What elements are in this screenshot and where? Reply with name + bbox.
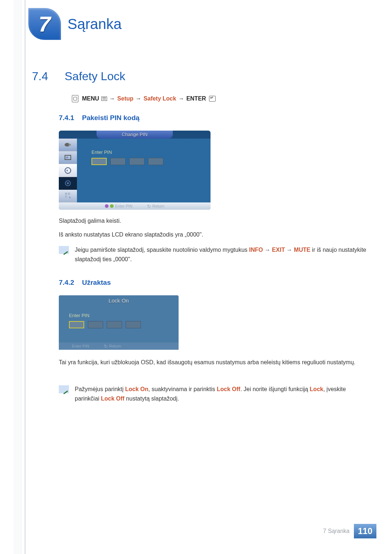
osd1-main: Enter PIN bbox=[77, 139, 211, 202]
remote-icon bbox=[72, 95, 78, 102]
osd1-side-input-icon bbox=[59, 139, 77, 151]
bc-arrow2: → bbox=[136, 95, 142, 102]
enter-icon bbox=[209, 96, 216, 102]
page-footer: 7 Sąranka 110 bbox=[323, 524, 376, 538]
osd1-pin-box-4 bbox=[148, 158, 163, 165]
osd-lock-on-screenshot: Lock On Enter PIN Enter PIN Return bbox=[59, 295, 179, 350]
osd2-footer-enter: Enter PIN bbox=[69, 344, 89, 348]
bc-arrow3: → bbox=[178, 95, 184, 102]
chapter-number: 7 bbox=[38, 12, 50, 37]
osd1-title: Change PIN bbox=[97, 131, 173, 139]
note1-arrow2: → bbox=[285, 247, 294, 253]
osd2-footer-enter-text: Enter PIN bbox=[72, 344, 89, 348]
osd1-pin-box-1 bbox=[91, 158, 107, 165]
osd1-footer-return-text: Return bbox=[152, 204, 164, 208]
note-icon bbox=[59, 385, 69, 393]
menu-path-breadcrumb: MENU → Setup → Safety Lock → ENTER bbox=[72, 95, 216, 102]
return-icon bbox=[147, 204, 151, 209]
osd2-enter-pin-label: Enter PIN bbox=[69, 313, 141, 318]
osd1-pin-box-3 bbox=[129, 158, 144, 165]
bc-arrow1: → bbox=[109, 95, 115, 102]
osd1-side-picture-icon bbox=[59, 151, 77, 164]
osd1-footer-enter-text: Enter PIN bbox=[115, 204, 132, 208]
note1-exit: EXIT bbox=[272, 247, 285, 253]
note2-lock: Lock bbox=[310, 386, 323, 392]
bc-menu: MENU bbox=[82, 95, 99, 102]
osd2-footer: Enter PIN Return bbox=[59, 342, 179, 350]
svg-rect-1 bbox=[69, 144, 71, 145]
osd2-pin-boxes bbox=[69, 321, 141, 328]
osd2-pin-box-1 bbox=[69, 321, 84, 328]
bc-safety-lock: Safety Lock bbox=[144, 95, 176, 102]
subsection-1-heading: 7.4.1 Pakeisti PIN kodą bbox=[59, 114, 139, 122]
purple-dot-icon bbox=[105, 204, 109, 208]
osd2-title: Lock On bbox=[109, 297, 129, 304]
note2-prefix: Pažymėjus parinktį bbox=[75, 386, 125, 392]
note2-lockon: Lock On bbox=[125, 386, 148, 392]
svg-rect-7 bbox=[65, 193, 67, 195]
subsection-2-heading: 7.4.2 Užraktas bbox=[59, 279, 111, 287]
note-2-text: Pažymėjus parinktį Lock On, suaktyvinama… bbox=[75, 385, 370, 403]
subsection-2-title: Užraktas bbox=[82, 279, 111, 287]
osd1-sidebar bbox=[59, 139, 77, 202]
svg-point-6 bbox=[67, 182, 69, 184]
paragraph-3: Tai yra funkcija, kuri užblokuoja OSD, k… bbox=[59, 358, 370, 367]
note2-suffix: nustatytą slaptažodį. bbox=[124, 395, 179, 402]
osd2-pin-box-3 bbox=[107, 321, 122, 328]
subsection-1-title: Pakeisti PIN kodą bbox=[82, 114, 139, 122]
page-number: 110 bbox=[354, 524, 376, 538]
svg-rect-9 bbox=[65, 196, 67, 198]
osd1-enter-pin-label: Enter PIN bbox=[91, 149, 203, 155]
footer-chapter-label: 7 Sąranka bbox=[323, 528, 350, 534]
note-icon bbox=[59, 246, 69, 254]
subsection-1-number: 7.4.1 bbox=[59, 114, 82, 122]
osd2-footer-return-text: Return bbox=[109, 344, 121, 348]
section-heading: 7.4 Safety Lock bbox=[32, 70, 125, 83]
note-1-text: Jeigu pamiršote slaptažodį, spauskite nu… bbox=[75, 245, 370, 264]
osd1-pin-box-2 bbox=[110, 158, 126, 165]
document-page: 7 Sąranka 7.4 Safety Lock MENU → Setup →… bbox=[0, 0, 392, 554]
section-number: 7.4 bbox=[32, 70, 65, 83]
osd1-pin-boxes bbox=[91, 158, 203, 165]
osd2-pin-box-2 bbox=[88, 321, 103, 328]
osd1-side-setup-icon bbox=[59, 177, 77, 190]
subsection-2-number: 7.4.2 bbox=[59, 279, 82, 287]
note1-mute: MUTE bbox=[294, 247, 310, 253]
note-2: Pažymėjus parinktį Lock On, suaktyvinama… bbox=[59, 385, 370, 403]
svg-rect-8 bbox=[68, 193, 70, 195]
menu-bars-icon bbox=[101, 97, 107, 101]
bc-enter: ENTER bbox=[186, 95, 206, 102]
chapter-badge: 7 bbox=[28, 8, 61, 40]
svg-point-3 bbox=[66, 156, 68, 159]
chapter-header: 7 Sąranka bbox=[28, 8, 122, 40]
note1-info: INFO bbox=[249, 247, 263, 253]
chapter-title: Sąranka bbox=[68, 16, 122, 32]
note2-lockoff1: Lock Off bbox=[217, 386, 240, 392]
paragraph-1: Slaptažodį galima keisti. bbox=[59, 216, 121, 226]
osd2-footer-return: Return bbox=[104, 344, 121, 349]
osd2-body: Enter PIN bbox=[69, 313, 141, 328]
return-icon bbox=[104, 344, 108, 349]
note2-m1: , suaktyvinama ir parinktis bbox=[148, 386, 217, 392]
note2-m2: . Jei norite išjungti funkciją bbox=[240, 386, 310, 392]
bc-setup: Setup bbox=[117, 95, 133, 102]
osd1-side-multi-icon bbox=[59, 190, 77, 202]
decoration-stripes bbox=[14, 0, 23, 554]
osd1-footer: Enter PIN Return bbox=[59, 202, 211, 210]
osd2-pin-box-4 bbox=[126, 321, 141, 328]
left-margin-rule bbox=[25, 0, 25, 554]
note2-lockoff2: Lock Off bbox=[101, 395, 124, 402]
osd1-side-sound-icon bbox=[59, 164, 77, 177]
note-1: Jeigu pamiršote slaptažodį, spauskite nu… bbox=[59, 245, 370, 264]
green-dot-icon bbox=[110, 204, 114, 208]
section-title: Safety Lock bbox=[65, 70, 125, 83]
paragraph-2: Iš anksto nustatytas LCD ekrano slaptažo… bbox=[59, 230, 203, 239]
svg-point-4 bbox=[65, 168, 71, 173]
note1-prefix: Jeigu pamiršote slaptažodį, spauskite nu… bbox=[75, 247, 249, 253]
osd1-footer-return: Return bbox=[147, 204, 164, 209]
osd1-footer-enter: Enter PIN bbox=[105, 204, 132, 208]
note1-arrow1: → bbox=[263, 247, 272, 253]
osd-change-pin-screenshot: Change PIN Enter PIN bbox=[59, 131, 211, 210]
